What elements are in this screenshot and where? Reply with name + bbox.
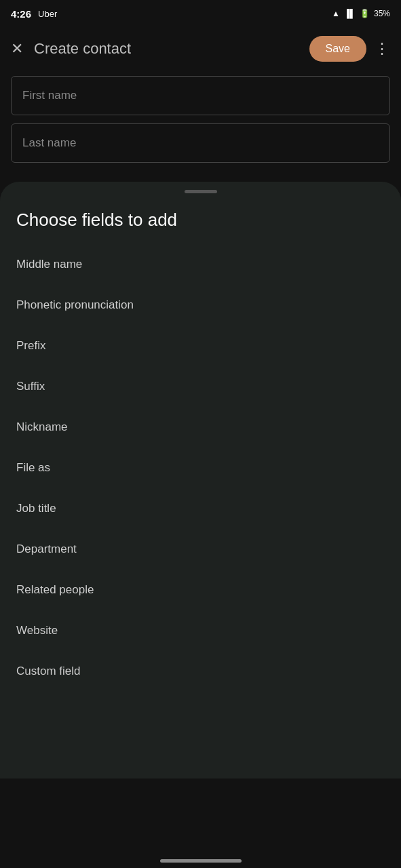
field-item[interactable]: Custom field (0, 651, 401, 692)
save-button[interactable]: Save (309, 36, 366, 62)
status-time: 4:26 (11, 8, 31, 20)
field-item[interactable]: Department (0, 529, 401, 570)
sheet-title: Choose fields to add (0, 210, 401, 244)
field-item[interactable]: File as (0, 448, 401, 488)
wifi-icon: ▲ (332, 9, 340, 18)
status-right: ▲ ▐▌ 🔋 35% (332, 9, 390, 18)
status-left: 4:26 Uber (11, 8, 57, 20)
field-item[interactable]: Website (0, 610, 401, 651)
close-button[interactable]: ✕ (11, 41, 23, 56)
field-item[interactable]: Nickname (0, 407, 401, 448)
field-item[interactable]: Related people (0, 570, 401, 610)
battery-percent: 35% (374, 9, 390, 18)
field-item[interactable]: Suffix (0, 366, 401, 407)
home-indicator (160, 859, 242, 863)
field-item[interactable]: Middle name (0, 244, 401, 285)
field-list: Middle namePhonetic pronunciationPrefixS… (0, 244, 401, 692)
field-item[interactable]: Job title (0, 488, 401, 529)
more-options-button[interactable]: ⋮ (375, 40, 390, 58)
field-item[interactable]: Phonetic pronunciation (0, 285, 401, 326)
battery-icon: 🔋 (360, 9, 370, 18)
bottom-sheet: Choose fields to add Middle namePhonetic… (0, 182, 401, 778)
status-bar: 4:26 Uber ▲ ▐▌ 🔋 35% (0, 0, 401, 27)
app-bar-left: ✕ Create contact (11, 40, 131, 58)
app-bar-right: Save ⋮ (309, 36, 390, 62)
page-title: Create contact (34, 40, 131, 58)
field-item[interactable]: Prefix (0, 326, 401, 366)
app-bar: ✕ Create contact Save ⋮ (0, 27, 401, 71)
last-name-input[interactable] (11, 123, 390, 163)
status-app: Uber (38, 9, 57, 19)
signal-icon: ▐▌ (344, 9, 356, 18)
sheet-handle (185, 190, 217, 193)
first-name-input[interactable] (11, 76, 390, 115)
form-area (0, 71, 401, 182)
